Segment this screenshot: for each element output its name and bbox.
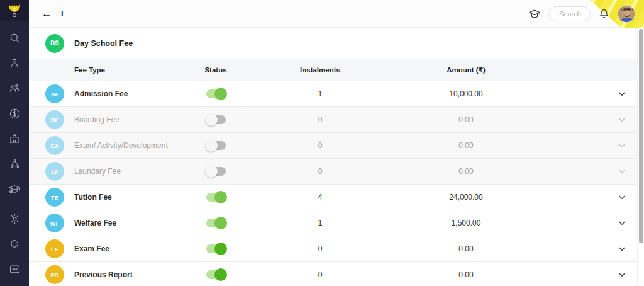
refresh-icon [9, 238, 20, 249]
graduation-cap-icon[interactable] [528, 9, 541, 19]
status-toggle[interactable] [206, 244, 226, 253]
expand-row-button[interactable] [530, 193, 644, 202]
sidebar-menu [0, 21, 29, 286]
back-button[interactable]: ← [39, 7, 55, 20]
toggle-knob [214, 191, 227, 203]
fee-type-avatar: PR [45, 265, 64, 284]
vertical-scrollbar [637, 28, 644, 286]
fee-group-title: Day School Fee [74, 39, 133, 48]
fee-row: EA Exam/ Activity/Development 0 0.00 [29, 133, 644, 159]
search-box[interactable] [549, 6, 591, 21]
fee-type-avatar: TE [45, 188, 64, 207]
sidebar-item-support[interactable] [6, 261, 23, 277]
instalments-value: 1 [238, 219, 402, 227]
fee-type-avatar: BE [45, 110, 64, 129]
chevron-down-icon [618, 115, 626, 124]
status-toggle[interactable] [206, 141, 226, 150]
topbar-actions [528, 5, 635, 23]
amount-value: 0.00 [402, 141, 530, 150]
instalments-value: 0 [238, 270, 402, 279]
sidebar-item-search[interactable] [6, 30, 23, 46]
instalments-value: 0 [238, 167, 402, 176]
status-toggle[interactable] [206, 89, 226, 98]
expand-row-button[interactable] [530, 167, 644, 176]
fee-group-header: DS Day School Fee [29, 28, 644, 59]
fee-row: PR Previous Report 0 0.00 [29, 262, 644, 286]
sidebar-item-institute[interactable] [6, 130, 23, 147]
instalments-value: 0 [238, 244, 402, 253]
scrollbar-thumb[interactable] [639, 29, 643, 243]
graduation-cap-icon [8, 184, 21, 195]
col-status: Status [194, 66, 238, 74]
expand-row-button[interactable] [530, 219, 644, 227]
instalments-value: 0 [238, 141, 402, 150]
amount-value: 0.00 [402, 115, 530, 124]
amount-value: 0.00 [402, 244, 530, 253]
fee-type-label: Welfare Fee [74, 219, 194, 227]
fee-type-label: Previous Report [74, 270, 194, 279]
toggle-knob [214, 243, 227, 255]
amount-value: 24,000.00 [402, 193, 530, 202]
status-toggle[interactable] [206, 115, 226, 124]
gear-icon [9, 213, 21, 225]
col-fee-type: Fee Type [74, 66, 194, 74]
expand-row-button[interactable] [530, 115, 644, 124]
table-header: Fee Type Status Instalments Amount (₹) [29, 59, 644, 81]
toggle-knob [205, 139, 218, 152]
expand-row-button[interactable] [530, 270, 644, 279]
chevron-down-icon [618, 167, 626, 176]
status-toggle[interactable] [206, 219, 226, 227]
fee-type-avatar: EA [45, 136, 64, 155]
status-toggle[interactable] [206, 270, 226, 279]
fee-group-avatar: DS [45, 34, 64, 53]
user-avatar[interactable] [618, 5, 635, 23]
app-logo[interactable] [0, 0, 29, 21]
sidebar-item-settings[interactable] [6, 210, 23, 227]
fee-table-body: AF Admission Fee 1 10,000.00 BE Boarding… [29, 81, 644, 286]
instalments-value: 1 [238, 89, 402, 98]
sidebar-item-academics[interactable] [6, 181, 23, 197]
instalments-value: 4 [238, 193, 402, 202]
expand-row-button[interactable] [530, 89, 644, 98]
status-toggle[interactable] [206, 167, 226, 176]
amount-value: 10,000.00 [402, 89, 530, 98]
toggle-knob [205, 113, 218, 126]
chevron-down-icon [618, 193, 626, 202]
fee-type-label: Exam/ Activity/Development [74, 141, 194, 150]
col-amount: Amount (₹) [402, 66, 530, 74]
fee-type-label: Tution Fee [74, 193, 194, 202]
fee-row: BE Boarding Fee 0 0.00 [29, 107, 644, 133]
sidebar-item-people[interactable] [6, 80, 23, 96]
network-icon [9, 158, 21, 169]
fee-type-label: Boarding Fee [74, 115, 194, 124]
chevron-down-icon [618, 270, 626, 279]
fee-row: AF Admission Fee 1 10,000.00 [29, 81, 644, 107]
expand-row-button[interactable] [530, 244, 644, 253]
fee-row: TE Tution Fee 4 24,000.00 [29, 185, 644, 210]
status-toggle[interactable] [206, 193, 226, 202]
chat-ellipsis-icon [9, 264, 21, 275]
toggle-knob [214, 217, 227, 229]
fee-type-label: Admission Fee [74, 89, 194, 98]
sidebar [0, 0, 29, 286]
expand-row-button[interactable] [530, 141, 644, 150]
col-instalments: Instalments [238, 66, 402, 74]
person-icon [9, 57, 20, 69]
fee-type-avatar: LF [45, 162, 64, 181]
amount-value: 1,500.00 [402, 219, 530, 227]
toggle-knob [205, 165, 218, 178]
sidebar-item-student[interactable] [6, 55, 23, 71]
sidebar-item-sync[interactable] [6, 236, 23, 252]
chevron-down-icon [618, 89, 626, 98]
chevron-down-icon [618, 141, 626, 150]
fee-type-label: Exam Fee [74, 244, 194, 253]
toggle-knob [214, 268, 227, 281]
people-group-icon [8, 83, 21, 94]
search-input[interactable] [559, 10, 584, 18]
sidebar-item-groups[interactable] [6, 156, 23, 172]
chevron-down-icon [618, 244, 626, 253]
page-title: I [61, 9, 64, 18]
bell-icon[interactable] [599, 8, 609, 20]
instalments-value: 0 [238, 115, 402, 124]
sidebar-item-fees[interactable] [6, 105, 23, 122]
